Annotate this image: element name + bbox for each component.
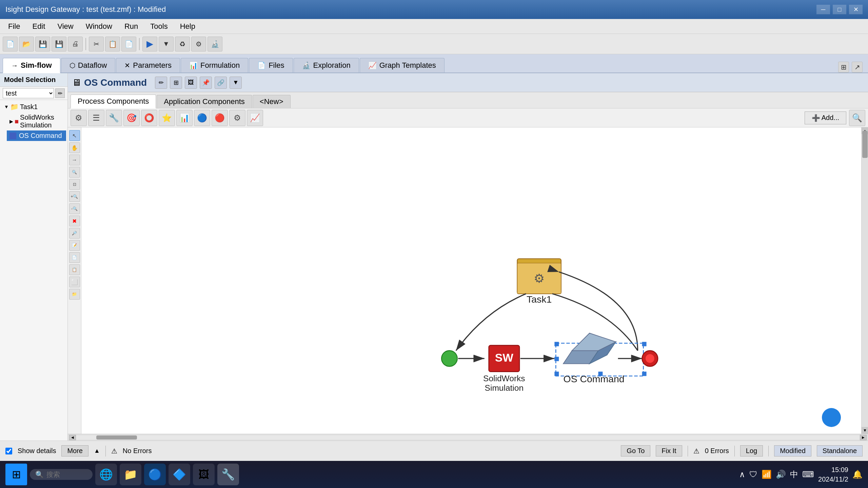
run-button[interactable]: ▶ <box>142 37 157 52</box>
settings-button[interactable]: ⚙ <box>191 37 206 52</box>
folder-button[interactable]: 📁 <box>69 289 80 300</box>
tab-parameters[interactable]: ✕ Parameters <box>116 58 180 73</box>
tab-exploration[interactable]: 🔬 Exploration <box>294 58 359 73</box>
comp-tool-7[interactable]: 📊 <box>176 110 193 126</box>
box-button[interactable]: ⬜ <box>69 277 80 287</box>
comp-tool-9[interactable]: 🔴 <box>212 110 228 126</box>
model-edit-button[interactable]: ✏ <box>55 88 65 98</box>
stop-button[interactable]: ✖ <box>69 216 80 226</box>
minimize-button[interactable]: ─ <box>816 5 830 14</box>
tab-graph-templates[interactable]: 📈 Graph Templates <box>360 58 445 73</box>
note2-button[interactable]: 📄 <box>69 252 80 263</box>
note3-button[interactable]: 📋 <box>69 264 80 275</box>
table-view-button[interactable]: ⊞ <box>170 77 182 89</box>
tree-item-oscommand[interactable]: OS Command <box>7 130 66 141</box>
titlebar: Isight Design Gateway : test (test.zmf) … <box>0 0 868 19</box>
zoom-in-button[interactable]: +🔍 <box>69 191 80 202</box>
maximize-button[interactable]: □ <box>833 5 846 14</box>
scroll-left-arrow[interactable]: ◀ <box>69 435 76 440</box>
tab-dataflow[interactable]: ⬡ Dataflow <box>61 58 116 73</box>
save-as-button[interactable]: 💾 <box>52 37 66 52</box>
show-details-checkbox[interactable] <box>5 448 12 454</box>
goto-button[interactable]: Go To <box>621 445 650 456</box>
pin-button[interactable]: 📌 <box>200 77 212 89</box>
comp-tool-4[interactable]: 🎯 <box>123 110 140 126</box>
search-input[interactable] <box>46 471 87 479</box>
menu-tools[interactable]: Tools <box>145 21 173 32</box>
tab-formulation[interactable]: 📊 Formulation <box>181 58 248 73</box>
menu-edit[interactable]: Edit <box>27 21 51 32</box>
comp-tool-8[interactable]: 🔵 <box>194 110 210 126</box>
taskbar-files-button[interactable]: 📁 <box>120 464 141 485</box>
zoom-in-area-button[interactable]: 🔍 <box>69 167 80 178</box>
pan-tool-button[interactable]: ✋ <box>69 142 80 153</box>
notification-icon[interactable]: 🔔 <box>852 470 863 479</box>
canvas-content[interactable]: ⚙ Task1 SW SolidWorks <box>81 127 861 434</box>
tree-item-solidworks[interactable]: ▶ ■ SolidWorks Simulation <box>7 112 66 130</box>
comp-tool-2[interactable]: ☰ <box>88 110 104 126</box>
scroll-down-arrow[interactable]: ▼ <box>862 427 868 434</box>
detach-button[interactable]: ↗ <box>852 62 863 73</box>
close-button[interactable]: ✕ <box>849 5 863 14</box>
copy-button[interactable]: 📋 <box>105 37 120 52</box>
run-options-button[interactable]: ▼ <box>159 37 174 52</box>
menu-run[interactable]: Run <box>119 21 143 32</box>
thumbnail-button[interactable]: 🖼 <box>185 77 197 89</box>
menu-help[interactable]: Help <box>175 21 201 32</box>
recycle-button[interactable]: ♻ <box>175 37 190 52</box>
comp-tool-3[interactable]: 🔧 <box>106 110 122 126</box>
print-button[interactable]: 🖨 <box>68 37 83 52</box>
tab-simflow[interactable]: → Sim-flow <box>3 58 60 73</box>
open-button[interactable]: 📂 <box>19 37 34 52</box>
note1-button[interactable]: 📝 <box>69 240 80 251</box>
menu-view[interactable]: View <box>52 21 79 32</box>
tree-item-task1[interactable]: ▼ 📁 Task1 <box>1 101 66 112</box>
tab-files[interactable]: 📄 Files <box>249 58 293 73</box>
sub-tab-application[interactable]: Application Components <box>157 95 252 108</box>
explore-button[interactable]: 🔬 <box>208 37 222 52</box>
find-button[interactable]: 🔎 <box>69 228 80 239</box>
menu-window[interactable]: Window <box>80 21 118 32</box>
link-button[interactable]: 🔗 <box>215 77 227 89</box>
start-button[interactable]: ⊞ <box>5 464 27 485</box>
scroll-right-arrow[interactable]: ▶ <box>860 435 867 440</box>
comp-tool-11[interactable]: 📈 <box>247 110 263 126</box>
taskbar-isight-button[interactable]: 🔧 <box>217 464 239 485</box>
vertical-scrollbar[interactable]: ▲ ▼ <box>861 127 868 434</box>
comp-tool-6[interactable]: ⭐ <box>159 110 175 126</box>
taskbar-search[interactable]: 🔍 <box>30 469 93 480</box>
view-options-button[interactable]: ⊞ <box>838 62 849 73</box>
add-button[interactable]: ➕ Add... <box>805 111 846 124</box>
more-button[interactable]: More <box>61 445 88 456</box>
horizontal-scrollbar[interactable]: ◀ ▶ <box>68 434 868 441</box>
comp-tool-5[interactable]: ⭕ <box>141 110 157 126</box>
zoom-out-button[interactable]: -🔍 <box>69 203 80 214</box>
paste-button[interactable]: 📄 <box>121 37 136 52</box>
search-button[interactable]: 🔍 <box>849 110 865 126</box>
comp-tool-10[interactable]: ⚙ <box>229 110 245 126</box>
taskbar-app2-button[interactable]: 🖼 <box>193 464 215 485</box>
edit-component-button[interactable]: ✏ <box>155 77 167 89</box>
new-button[interactable]: 📄 <box>3 37 18 52</box>
taskbar-edge-button[interactable]: 🔵 <box>144 464 166 485</box>
hscroll-thumb[interactable] <box>96 435 137 440</box>
cut-button[interactable]: ✂ <box>89 37 104 52</box>
taskbar-ie-button[interactable]: 🌐 <box>95 464 117 485</box>
select-tool-button[interactable]: ↖ <box>69 130 80 141</box>
expand-tray-icon[interactable]: ∧ <box>739 470 745 479</box>
taskbar-clock[interactable]: 15:09 2024/11/2 <box>818 465 848 484</box>
show-details-label[interactable]: Show details <box>18 447 56 455</box>
arrow-tool-button[interactable]: → <box>69 155 80 165</box>
scroll-thumb[interactable] <box>862 131 868 158</box>
log-button[interactable]: Log <box>740 445 763 456</box>
menu-file[interactable]: File <box>3 21 25 32</box>
comp-tool-1[interactable]: ⚙ <box>71 110 87 126</box>
fixit-button[interactable]: Fix It <box>656 445 682 456</box>
taskbar-app1-button[interactable]: 🔷 <box>169 464 190 485</box>
model-select[interactable]: test <box>3 88 54 98</box>
drop-button[interactable]: ▼ <box>230 77 242 89</box>
sub-tab-process[interactable]: Process Components <box>71 95 156 108</box>
zoom-fit-button[interactable]: ⊡ <box>69 179 80 190</box>
save-button[interactable]: 💾 <box>35 37 50 52</box>
sub-tab-new[interactable]: <New> <box>253 95 291 108</box>
